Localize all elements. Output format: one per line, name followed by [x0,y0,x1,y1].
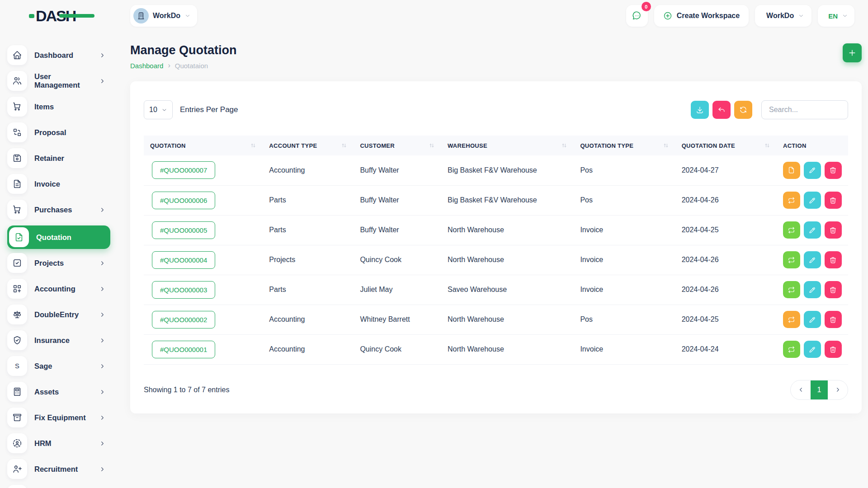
column-label: WAREHOUSE [448,142,487,149]
workspace-menu-button[interactable]: WorkDo [755,5,811,27]
quotation-badge[interactable]: #QUOO000007 [152,161,215,179]
sidebar-item-label: Proposal [34,128,66,137]
edit-button[interactable] [804,281,821,298]
messages-button[interactable]: 0 [626,5,648,27]
delete-button[interactable] [825,311,842,328]
sidebar-item-label: Accounting [34,285,75,293]
language-selector[interactable]: EN [818,5,854,27]
convert-button[interactable] [783,192,800,209]
sidebar-item-proposal[interactable]: Proposal [7,122,110,142]
customer-cell: Buffy Walter [360,166,399,174]
delete-button[interactable] [825,341,842,358]
edit-button[interactable] [804,192,821,209]
delete-button[interactable] [825,162,842,179]
column-header-quotation[interactable]: QUOTATION [144,136,263,155]
edit-icon [808,346,816,353]
col-quotation-type: Invoice [574,334,675,364]
create-workspace-button[interactable]: Create Workspace [654,5,749,27]
convert-button[interactable] [783,251,800,268]
sidebar-item-sage[interactable]: SSage [7,356,110,376]
column-header-account-type[interactable]: ACCOUNT TYPE [263,136,354,155]
sidebar-item-items[interactable]: Items [7,97,110,117]
delete-button[interactable] [825,221,842,239]
col-quotation-type: Invoice [574,245,675,275]
sidebar-item-insurance[interactable]: Insurance [7,330,110,350]
trash-icon [829,166,837,174]
search-input[interactable] [761,100,848,119]
convert-button[interactable] [783,341,800,358]
sidebar-item-doubleentry[interactable]: DoubleEntry [7,305,110,324]
chevron-right-icon [99,206,106,213]
delete-button[interactable] [825,281,842,298]
sidebar-item-recruitment[interactable]: Recruitment [7,459,110,479]
export-button[interactable] [691,101,709,119]
view-button[interactable] [783,162,800,179]
quotation-badge[interactable]: #QUOO000003 [152,281,215,299]
sidebar-item-dashboard[interactable]: Dashboard [7,45,110,65]
invoice-icon [7,174,27,194]
column-header-quotation-date[interactable]: QUOTATION DATE [675,136,777,155]
edit-button[interactable] [804,221,821,239]
sidebar-item-user-management[interactable]: User Management [7,71,110,91]
refresh-button[interactable] [734,101,752,119]
edit-button[interactable] [804,341,821,358]
proposal-icon [7,122,27,142]
chevron-down-icon [184,13,191,19]
delete-button[interactable] [825,192,842,209]
sidebar-item-invoice[interactable]: Invoice [7,174,110,194]
top-bar: DASH WorkDo 0 Create Workspace WorkDo EN [0,0,868,32]
page-layout: DashboardUser ManagementItemsProposalRet… [0,32,868,488]
workspace-selector[interactable]: WorkDo [130,5,197,27]
edit-button[interactable] [804,311,821,328]
sidebar-item-hrm[interactable]: HRM [7,433,110,453]
reset-button[interactable] [712,101,731,119]
col-account-type: Accounting [263,305,354,334]
col-warehouse: Big Basket F&V Warehouse [441,185,574,215]
quotation-badge[interactable]: #QUOO000004 [152,251,215,269]
breadcrumb-separator: › [168,61,170,70]
warehouse-cell: North Warehouse [448,256,504,263]
convert-button[interactable] [783,311,800,328]
delete-button[interactable] [825,251,842,268]
sidebar-item-accounting[interactable]: Accounting [7,279,110,299]
sidebar-item-job-search[interactable]: Job Search [7,485,110,488]
col-action [777,305,848,334]
quotation-badge[interactable]: #QUOO000005 [152,221,215,239]
table-row: #QUOO000004ProjectsQuincy CookNorth Ware… [144,245,848,275]
pagination-next-button[interactable] [828,380,848,399]
convert-button[interactable] [783,281,800,298]
table-head: QUOTATIONACCOUNT TYPECUSTOMERWAREHOUSEQU… [144,136,848,155]
column-label: QUOTATION TYPE [580,142,633,149]
trash-icon [829,346,837,353]
create-workspace-label: Create Workspace [677,12,740,20]
sidebar-item-retainer[interactable]: Retainer [7,148,110,168]
sidebar-item-assets[interactable]: Assets [7,382,110,402]
warehouse-cell: North Warehouse [448,345,504,353]
sort-icon [561,142,567,149]
column-header-quotation-type[interactable]: QUOTATION TYPE [574,136,675,155]
column-header-customer[interactable]: CUSTOMER [354,136,441,155]
edit-button[interactable] [804,162,821,179]
quotation-badge[interactable]: #QUOO000002 [152,311,215,328]
edit-button[interactable] [804,251,821,268]
convert-icon [788,316,795,324]
quotation-date-cell: 2024-04-24 [682,345,719,353]
sidebar-item-purchases[interactable]: Purchases [7,200,110,220]
breadcrumb-dashboard-link[interactable]: Dashboard [130,62,163,70]
pagination-page-1[interactable]: 1 [811,380,828,399]
add-quotation-button[interactable] [843,43,862,62]
col-action [777,155,848,185]
sidebar-item-quotation[interactable]: Quotation [7,225,110,249]
entries-per-page-value: 10 [149,106,157,114]
app-logo[interactable]: DASH [29,8,75,23]
convert-button[interactable] [783,221,800,239]
sidebar-item-projects[interactable]: Projects [7,253,110,273]
entries-per-page-select[interactable]: 10 [144,100,173,119]
quotation-badge[interactable]: #QUOO000001 [152,341,215,358]
sidebar-item-fix-equipment[interactable]: Fix Equipment [7,408,110,427]
sort-icon [341,142,347,149]
chevron-right-icon [99,78,106,84]
pagination-prev-button[interactable] [791,380,811,399]
quotation-badge[interactable]: #QUOO000006 [152,192,215,209]
column-header-warehouse[interactable]: WAREHOUSE [441,136,574,155]
